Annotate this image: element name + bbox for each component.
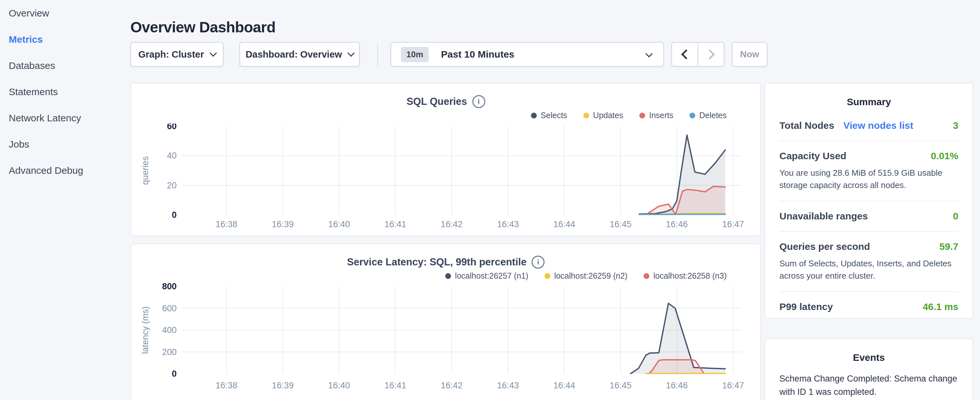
chevron-down-icon xyxy=(209,49,217,57)
svg-text:60: 60 xyxy=(167,124,177,131)
controls-divider xyxy=(377,43,378,66)
chart-legend: localhost:26257 (n1)localhost:26259 (n2)… xyxy=(445,271,727,280)
service-latency-chart[interactable]: 16:3816:3916:4016:4116:4216:4316:4416:45… xyxy=(131,282,762,400)
sql-queries-chart[interactable]: 16:3816:3916:4016:4116:4216:4316:4416:45… xyxy=(131,124,762,235)
graph-scope-dropdown-label: Graph: Cluster xyxy=(138,49,204,60)
legend-label: localhost:26257 (n1) xyxy=(455,271,528,280)
sidebar-item-overview[interactable]: Overview xyxy=(9,8,129,18)
svg-text:latency (ms): latency (ms) xyxy=(140,306,150,354)
time-range-dropdown[interactable]: 10m Past 10 Minutes xyxy=(390,42,664,67)
summary-row-total-nodes: Total Nodes View nodes list 3 xyxy=(780,111,958,140)
sidebar-item-databases[interactable]: Databases xyxy=(9,60,129,71)
svg-text:16:41: 16:41 xyxy=(384,220,406,229)
legend-item: Selects xyxy=(531,111,567,120)
svg-text:16:38: 16:38 xyxy=(215,381,237,390)
summary-row-label: Capacity Used xyxy=(780,150,846,161)
legend-item: localhost:26258 (n3) xyxy=(644,271,727,280)
time-range-label: Past 10 Minutes xyxy=(441,49,514,60)
summary-row-unavailable-ranges: Unavailable ranges 0 xyxy=(780,201,958,231)
page-title: Overview Dashboard xyxy=(130,18,276,36)
view-nodes-list-link[interactable]: View nodes list xyxy=(843,120,913,131)
svg-text:16:43: 16:43 xyxy=(497,381,519,390)
service-latency-chart-card: Service Latency: SQL, 99th percentile i … xyxy=(131,243,761,400)
info-icon[interactable]: i xyxy=(473,95,485,108)
legend-label: Inserts xyxy=(649,111,673,120)
summary-row-label: Unavailable ranges xyxy=(780,211,868,222)
legend-label: Deletes xyxy=(699,111,727,120)
svg-text:16:40: 16:40 xyxy=(328,381,350,390)
summary-row-description: You are using 28.6 MiB of 515.9 GiB usab… xyxy=(780,167,958,191)
svg-text:16:39: 16:39 xyxy=(272,381,294,390)
chevron-down-icon xyxy=(646,50,653,57)
sidebar-item-jobs[interactable]: Jobs xyxy=(9,139,129,150)
sidebar-item-network-latency[interactable]: Network Latency xyxy=(9,113,129,123)
legend-dot xyxy=(689,113,695,118)
legend-dot xyxy=(639,113,645,118)
svg-text:200: 200 xyxy=(162,347,177,357)
sidebar: Overview Metrics Databases Statements Ne… xyxy=(0,0,129,191)
events-panel: Events Schema Change Completed: Schema c… xyxy=(765,338,973,400)
svg-text:16:45: 16:45 xyxy=(609,381,632,390)
summary-row-queries-per-second: Queries per second 59.7 Sum of Selects, … xyxy=(780,231,958,291)
chevron-right-icon xyxy=(705,49,715,59)
legend-dot xyxy=(445,273,451,279)
legend-item: Deletes xyxy=(689,111,727,120)
summary-row-value: 46.1 ms xyxy=(923,301,958,312)
info-icon[interactable]: i xyxy=(531,256,544,269)
svg-text:16:39: 16:39 xyxy=(272,220,294,229)
svg-text:400: 400 xyxy=(162,325,177,335)
legend-label: Updates xyxy=(593,111,623,120)
svg-text:0: 0 xyxy=(172,210,177,220)
summary-row-label: Total Nodes xyxy=(780,120,834,131)
sql-queries-chart-card: SQL Queries i SelectsUpdatesInsertsDelet… xyxy=(131,83,761,236)
summary-row-p99-latency: P99 latency 46.1 ms xyxy=(780,291,958,322)
legend-item: Inserts xyxy=(639,111,673,120)
event-item-text[interactable]: Schema Change Completed: Schema change w… xyxy=(780,372,958,399)
dashboard-dropdown-label: Dashboard: Overview xyxy=(245,49,342,60)
svg-text:16:47: 16:47 xyxy=(722,220,744,229)
summary-row-value: 0.01% xyxy=(931,150,958,161)
svg-text:16:40: 16:40 xyxy=(328,220,350,229)
legend-dot xyxy=(544,273,550,279)
dashboard-dropdown[interactable]: Dashboard: Overview xyxy=(239,42,360,67)
svg-text:16:44: 16:44 xyxy=(553,220,575,229)
summary-row-value: 3 xyxy=(953,120,958,131)
chart-title: SQL Queries xyxy=(406,96,467,107)
legend-dot xyxy=(644,273,649,279)
svg-text:16:47: 16:47 xyxy=(722,381,744,390)
legend-label: localhost:26259 (n2) xyxy=(554,271,628,280)
chart-title-row: SQL Queries i xyxy=(131,95,760,108)
time-range-badge: 10m xyxy=(401,47,429,62)
chevron-left-icon xyxy=(681,49,691,59)
chart-title: Service Latency: SQL, 99th percentile xyxy=(347,256,527,268)
svg-text:16:43: 16:43 xyxy=(497,220,519,229)
svg-text:600: 600 xyxy=(162,304,177,313)
svg-text:40: 40 xyxy=(167,151,177,161)
svg-text:16:44: 16:44 xyxy=(553,381,575,390)
svg-text:0: 0 xyxy=(172,369,177,379)
sidebar-item-statements[interactable]: Statements xyxy=(9,86,129,97)
svg-text:16:45: 16:45 xyxy=(609,220,632,229)
now-button[interactable]: Now xyxy=(732,42,767,67)
summary-row-capacity-used: Capacity Used 0.01% You are using 28.6 M… xyxy=(780,140,958,201)
legend-item: localhost:26257 (n1) xyxy=(445,271,528,280)
svg-text:16:42: 16:42 xyxy=(441,381,463,390)
sidebar-item-metrics[interactable]: Metrics xyxy=(9,34,129,45)
graph-scope-dropdown[interactable]: Graph: Cluster xyxy=(130,42,224,67)
chart-title-row: Service Latency: SQL, 99th percentile i xyxy=(131,256,760,269)
overview-dashboard-page: Overview Metrics Databases Statements Ne… xyxy=(0,0,980,400)
legend-item: Updates xyxy=(583,111,623,120)
summary-row-description: Sum of Selects, Updates, Inserts, and De… xyxy=(780,257,958,282)
events-title: Events xyxy=(780,352,958,363)
summary-row-label: Queries per second xyxy=(780,241,870,252)
svg-text:16:38: 16:38 xyxy=(215,220,237,229)
time-step-back-button[interactable] xyxy=(672,43,698,66)
chevron-down-icon xyxy=(347,49,355,57)
legend-label: localhost:26258 (n3) xyxy=(653,271,727,280)
sidebar-item-advanced-debug[interactable]: Advanced Debug xyxy=(9,165,129,176)
svg-text:16:42: 16:42 xyxy=(441,220,463,229)
summary-row-value: 59.7 xyxy=(940,241,958,252)
summary-panel: Summary Total Nodes View nodes list 3 Ca… xyxy=(765,83,973,319)
legend-item: localhost:26259 (n2) xyxy=(544,271,628,280)
time-step-forward-button[interactable] xyxy=(698,43,724,66)
